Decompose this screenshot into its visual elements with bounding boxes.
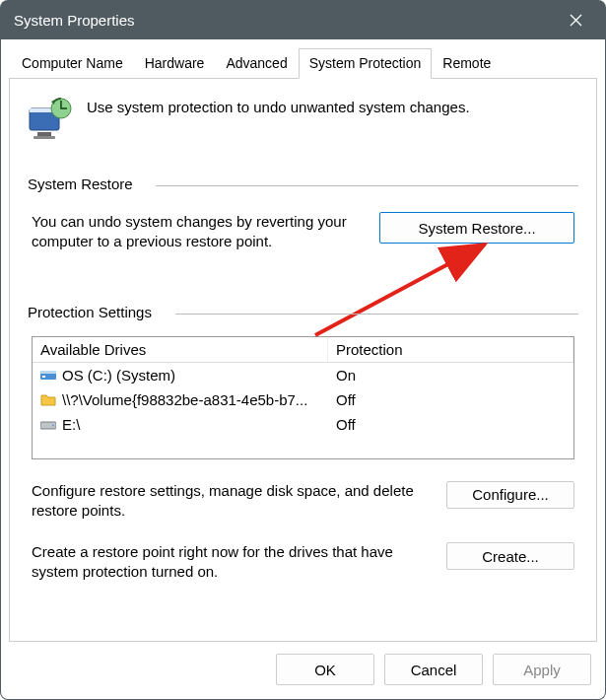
table-row[interactable]: \\?\Volume{f98832be-a831-4e5b-b7... Off: [33, 387, 573, 412]
svg-rect-3: [34, 136, 55, 139]
os-drive-icon: [40, 367, 56, 383]
drive-protection: Off: [328, 387, 573, 412]
dialog-body: Computer Name Hardware Advanced System P…: [0, 39, 606, 700]
group-system-restore: System Restore: [28, 175, 578, 192]
table-row[interactable]: E:\ Off: [33, 412, 573, 437]
configure-button[interactable]: Configure...: [446, 481, 574, 509]
dialog-button-bar: OK Cancel Apply: [9, 642, 597, 691]
configure-text: Configure restore settings, manage disk …: [32, 481, 433, 522]
close-icon: [570, 14, 582, 27]
intro-text: Use system protection to undo unwanted s…: [87, 97, 470, 115]
svg-rect-2: [37, 132, 51, 136]
configure-row: Configure restore settings, manage disk …: [28, 481, 578, 522]
tab-content: Use system protection to undo unwanted s…: [9, 79, 597, 642]
tab-advanced[interactable]: Advanced: [215, 48, 298, 79]
column-protection[interactable]: Protection: [328, 337, 573, 362]
drive-name: OS (C:) (System): [62, 367, 175, 384]
tab-system-protection[interactable]: System Protection: [299, 48, 433, 79]
group-protection-settings: Protection Settings: [28, 304, 578, 320]
tab-hardware[interactable]: Hardware: [134, 48, 216, 79]
drive-name: E:\: [62, 416, 80, 433]
drive-name: \\?\Volume{f98832be-a831-4e5b-b7...: [62, 391, 307, 408]
window-title: System Properties: [14, 12, 553, 29]
create-text: Create a restore point right now for the…: [32, 542, 433, 583]
ok-button[interactable]: OK: [276, 654, 374, 685]
drives-table: Available Drives Protection OS (C:) (Sys…: [32, 336, 574, 459]
divider: [156, 185, 578, 186]
close-button[interactable]: [553, 0, 598, 39]
column-drives[interactable]: Available Drives: [33, 337, 328, 362]
svg-point-12: [52, 425, 54, 427]
svg-rect-10: [42, 376, 45, 378]
create-row: Create a restore point right now for the…: [28, 542, 578, 583]
group-label-restore: System Restore: [28, 175, 133, 192]
create-button[interactable]: Create...: [446, 542, 574, 570]
restore-row: You can undo system changes by reverting…: [28, 212, 578, 252]
table-row[interactable]: OS (C:) (System) On: [33, 363, 573, 387]
cancel-button[interactable]: Cancel: [384, 654, 483, 685]
restore-description: You can undo system changes by reverting…: [32, 212, 364, 252]
table-header: Available Drives Protection: [33, 337, 573, 363]
svg-rect-9: [40, 371, 56, 374]
group-label-protection: Protection Settings: [28, 304, 152, 320]
divider: [175, 314, 578, 315]
system-restore-button[interactable]: System Restore...: [379, 212, 574, 244]
tab-remote[interactable]: Remote: [432, 48, 502, 79]
titlebar: System Properties: [0, 0, 606, 39]
apply-button[interactable]: Apply: [493, 654, 591, 685]
tab-strip: Computer Name Hardware Advanced System P…: [9, 47, 597, 79]
folder-icon: [40, 391, 56, 407]
system-protection-icon: [28, 97, 75, 140]
hdd-icon: [40, 416, 56, 432]
drive-protection: On: [328, 363, 573, 387]
drive-protection: Off: [328, 412, 573, 437]
tab-computer-name[interactable]: Computer Name: [11, 48, 134, 79]
intro-row: Use system protection to undo unwanted s…: [28, 97, 578, 140]
